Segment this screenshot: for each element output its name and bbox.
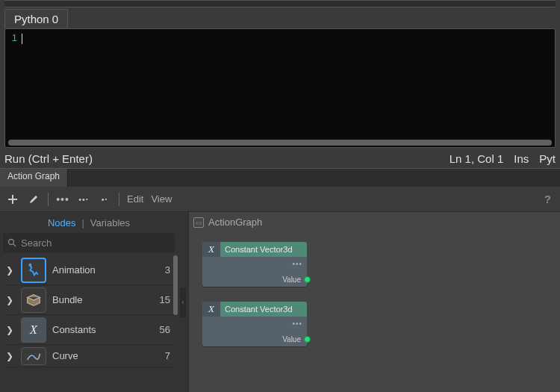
node-category-list: ❯ Animation 3 ❯ Bundle 15 <box>0 255 178 392</box>
browser-tabs: Nodes | Variables <box>0 212 178 233</box>
constants-icon: X <box>21 317 46 343</box>
chevron-right-icon: ❯ <box>6 325 15 335</box>
node-search[interactable]: Search <box>3 233 175 252</box>
action-graph-toolbar: ••• ••• •• Edit View ? <box>0 187 560 212</box>
bundle-icon <box>21 287 46 313</box>
add-icon[interactable] <box>6 193 19 206</box>
line-number: 1 <box>5 32 17 43</box>
category-count: 15 <box>160 294 170 305</box>
node-constant-vector3d-1[interactable]: X Constant Vector3d ••• Value <box>202 242 307 287</box>
svg-line-1 <box>13 244 16 246</box>
category-curve[interactable]: ❯ Curve 7 <box>3 345 175 367</box>
output-port[interactable] <box>304 276 311 283</box>
run-button[interactable]: Run (Ctrl + Enter) <box>4 152 93 165</box>
toolbar-separator <box>48 193 49 206</box>
node-menu-icon[interactable]: ••• <box>292 320 302 328</box>
help-icon[interactable]: ? <box>544 193 551 205</box>
category-count: 56 <box>160 324 170 335</box>
search-placeholder: Search <box>21 237 52 249</box>
tab-divider: | <box>81 217 84 228</box>
search-icon <box>7 238 16 247</box>
node-type-badge: X <box>202 302 220 317</box>
text-cursor <box>22 34 22 44</box>
python-editor-panel: Python 0 1 <box>4 9 556 148</box>
browser-tab-nodes[interactable]: Nodes <box>48 217 76 228</box>
category-constants[interactable]: ❯ X Constants 56 <box>3 315 175 345</box>
category-animation[interactable]: ❯ Animation 3 <box>3 255 175 285</box>
chevron-right-icon: ❯ <box>6 265 15 276</box>
chevron-right-icon: ❯ <box>6 351 15 361</box>
node-menu-icon[interactable]: ••• <box>292 260 302 268</box>
menu-edit[interactable]: Edit <box>127 193 143 205</box>
toolbar-separator <box>119 193 119 206</box>
insert-mode: Ins <box>514 152 529 165</box>
node-output-label: Value <box>282 335 301 343</box>
editor-horizontal-scrollbar[interactable] <box>8 140 552 146</box>
action-graph-panel: Action Graph ••• ••• •• Edit View ? Node… <box>0 168 560 392</box>
panel-collapse-handle[interactable]: ‹ <box>178 212 188 392</box>
menu-view[interactable]: View <box>151 193 172 205</box>
code-editor[interactable]: 1 <box>4 28 556 148</box>
language-indicator: Pyt <box>539 152 556 165</box>
category-count: 3 <box>165 264 170 276</box>
output-port[interactable] <box>304 336 311 343</box>
node-type-badge: X <box>202 242 220 257</box>
editor-tab-python0[interactable]: Python 0 <box>4 9 68 28</box>
cursor-position: Ln 1, Col 1 <box>449 152 504 165</box>
svg-point-2 <box>29 263 32 266</box>
code-area[interactable] <box>20 29 555 147</box>
tab-action-graph[interactable]: Action Graph <box>0 169 68 187</box>
category-label: Constants <box>52 324 154 335</box>
svg-point-0 <box>9 240 14 245</box>
category-label: Bundle <box>52 294 154 305</box>
pencil-icon[interactable] <box>27 193 40 206</box>
node-title: Constant Vector3d <box>220 302 307 317</box>
graph-icon: ▭ <box>193 217 204 228</box>
node-title: Constant Vector3d <box>220 242 307 257</box>
browser-scrollbar[interactable] <box>173 255 178 315</box>
chevron-right-icon: ❯ <box>6 295 15 305</box>
animation-icon <box>21 258 46 283</box>
more-icon-3[interactable]: •• <box>98 193 111 206</box>
more-icon-2[interactable]: ••• <box>77 193 90 206</box>
graph-canvas[interactable]: ▭ ActionGraph X Constant Vector3d ••• Va… <box>188 212 560 392</box>
node-constant-vector3d-2[interactable]: X Constant Vector3d ••• Value <box>202 302 307 346</box>
line-gutter: 1 <box>5 29 20 147</box>
more-icon-1[interactable]: ••• <box>56 193 69 206</box>
category-label: Animation <box>52 264 159 276</box>
top-panel-strip <box>4 0 556 7</box>
node-browser: Nodes | Variables Search ❯ <box>0 212 178 392</box>
editor-status-bar: Run (Ctrl + Enter) Ln 1, Col 1 Ins Pyt <box>4 152 556 165</box>
node-output-label: Value <box>282 276 301 284</box>
browser-tab-variables[interactable]: Variables <box>90 217 130 228</box>
category-label: Curve <box>52 350 159 361</box>
canvas-breadcrumb: ▭ ActionGraph <box>193 217 262 228</box>
category-bundle[interactable]: ❯ Bundle 15 <box>3 285 175 315</box>
canvas-title: ActionGraph <box>208 217 262 228</box>
curve-icon <box>21 347 46 365</box>
category-count: 7 <box>165 350 170 361</box>
